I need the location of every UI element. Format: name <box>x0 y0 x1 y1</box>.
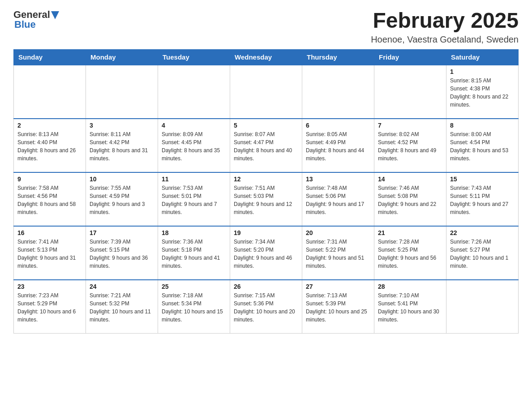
calendar-cell: 5Sunrise: 8:07 AMSunset: 4:47 PMDaylight… <box>230 119 302 172</box>
day-info-line: Daylight: 8 hours and 31 minutes. <box>90 146 154 163</box>
day-info-line: Sunrise: 8:11 AM <box>90 130 154 138</box>
day-info-line: Daylight: 9 hours and 41 minutes. <box>162 254 226 270</box>
day-info-line: Sunset: 5:03 PM <box>234 192 298 200</box>
day-info-line: Sunset: 5:11 PM <box>450 192 515 200</box>
calendar-cell: 27Sunrise: 7:13 AMSunset: 5:39 PMDayligh… <box>302 280 374 334</box>
day-info-line: Sunset: 5:18 PM <box>162 246 226 254</box>
day-number: 22 <box>450 229 515 236</box>
day-info-line: Daylight: 8 hours and 53 minutes. <box>450 146 515 163</box>
day-number: 5 <box>234 122 298 129</box>
day-info-line: Sunset: 5:13 PM <box>17 246 82 254</box>
calendar-cell: 20Sunrise: 7:31 AMSunset: 5:22 PMDayligh… <box>302 226 374 280</box>
day-number: 9 <box>17 176 82 183</box>
day-info-line: Daylight: 8 hours and 40 minutes. <box>234 146 298 163</box>
calendar-cell: 25Sunrise: 7:18 AMSunset: 5:34 PMDayligh… <box>158 280 230 334</box>
day-number: 12 <box>234 176 298 183</box>
day-number: 11 <box>162 176 226 183</box>
calendar-cell: 4Sunrise: 8:09 AMSunset: 4:45 PMDaylight… <box>158 119 230 172</box>
day-info-line: Sunrise: 7:51 AM <box>234 184 298 192</box>
day-number: 19 <box>234 229 298 236</box>
svg-marker-0 <box>51 11 59 19</box>
day-info-line: Sunset: 4:47 PM <box>234 138 298 146</box>
calendar-cell: 9Sunrise: 7:58 AMSunset: 4:56 PMDaylight… <box>14 172 86 226</box>
day-info-line: Sunrise: 8:05 AM <box>306 130 370 138</box>
logo-blue-text: Blue <box>14 19 36 30</box>
day-info-line: Sunset: 5:27 PM <box>450 246 515 254</box>
weekday-header-tuesday: Tuesday <box>158 49 230 65</box>
day-info-line: Daylight: 10 hours and 1 minute. <box>450 254 515 270</box>
day-info-line: Sunset: 4:59 PM <box>90 192 154 200</box>
day-info-line: Daylight: 9 hours and 17 minutes. <box>306 200 370 216</box>
day-number: 23 <box>17 283 82 290</box>
calendar-cell: 18Sunrise: 7:36 AMSunset: 5:18 PMDayligh… <box>158 226 230 280</box>
calendar-header-row: SundayMondayTuesdayWednesdayThursdayFrid… <box>14 49 519 65</box>
day-info-line: Daylight: 8 hours and 44 minutes. <box>306 146 370 163</box>
day-number: 18 <box>162 229 226 236</box>
calendar-cell <box>230 65 302 119</box>
day-info-line: Sunrise: 7:10 AM <box>378 291 442 300</box>
day-number: 16 <box>17 229 82 236</box>
month-year-title: February 2025 <box>371 9 519 33</box>
day-info-line: Daylight: 8 hours and 35 minutes. <box>162 146 226 163</box>
calendar-cell: 28Sunrise: 7:10 AMSunset: 5:41 PMDayligh… <box>374 280 446 334</box>
calendar-cell: 19Sunrise: 7:34 AMSunset: 5:20 PMDayligh… <box>230 226 302 280</box>
calendar-week-row: 16Sunrise: 7:41 AMSunset: 5:13 PMDayligh… <box>14 226 519 280</box>
day-info-line: Sunset: 5:08 PM <box>378 192 442 200</box>
day-info-line: Sunrise: 7:46 AM <box>378 184 442 192</box>
day-info-line: Sunrise: 7:18 AM <box>162 291 226 300</box>
weekday-header-thursday: Thursday <box>302 49 374 65</box>
weekday-header-wednesday: Wednesday <box>230 49 302 65</box>
day-info-line: Sunset: 4:52 PM <box>378 138 442 146</box>
day-number: 17 <box>90 229 154 236</box>
calendar-cell <box>86 65 158 119</box>
calendar-cell: 26Sunrise: 7:15 AMSunset: 5:36 PMDayligh… <box>230 280 302 334</box>
day-info-line: Daylight: 8 hours and 22 minutes. <box>450 93 515 109</box>
day-info-line: Daylight: 10 hours and 11 minutes. <box>90 308 154 324</box>
day-info-line: Daylight: 9 hours and 27 minutes. <box>450 200 515 216</box>
day-info-line: Sunrise: 7:41 AM <box>17 238 82 246</box>
calendar-cell: 14Sunrise: 7:46 AMSunset: 5:08 PMDayligh… <box>374 172 446 226</box>
day-info-line: Daylight: 8 hours and 58 minutes. <box>17 200 82 216</box>
day-info-line: Sunrise: 8:15 AM <box>450 77 515 85</box>
day-number: 10 <box>90 176 154 183</box>
day-info-line: Sunset: 5:01 PM <box>162 192 226 200</box>
day-number: 14 <box>378 176 442 183</box>
calendar-cell: 2Sunrise: 8:13 AMSunset: 4:40 PMDaylight… <box>14 119 86 172</box>
day-info-line: Sunset: 4:54 PM <box>450 138 515 146</box>
weekday-header-saturday: Saturday <box>446 49 519 65</box>
calendar-cell: 6Sunrise: 8:05 AMSunset: 4:49 PMDaylight… <box>302 119 374 172</box>
day-number: 15 <box>450 176 515 183</box>
location-subtitle: Hoenoe, Vaestra Goetaland, Sweden <box>371 34 519 45</box>
day-info-line: Sunrise: 7:34 AM <box>234 238 298 246</box>
day-info-line: Sunrise: 7:36 AM <box>162 238 226 246</box>
day-info-line: Sunrise: 7:53 AM <box>162 184 226 192</box>
day-info-line: Daylight: 10 hours and 6 minutes. <box>17 308 82 324</box>
day-info-line: Sunrise: 7:39 AM <box>90 238 154 246</box>
day-number: 8 <box>450 122 515 129</box>
day-number: 20 <box>306 229 370 236</box>
day-info-line: Sunrise: 8:02 AM <box>378 130 442 138</box>
day-info-line: Sunset: 4:40 PM <box>17 138 82 146</box>
calendar-cell: 12Sunrise: 7:51 AMSunset: 5:03 PMDayligh… <box>230 172 302 226</box>
day-info-line: Sunrise: 7:13 AM <box>306 291 370 300</box>
day-number: 24 <box>90 283 154 290</box>
day-info-line: Sunset: 4:38 PM <box>450 85 515 93</box>
day-info-line: Sunset: 5:20 PM <box>234 246 298 254</box>
day-info-line: Daylight: 10 hours and 30 minutes. <box>378 308 442 324</box>
day-number: 27 <box>306 283 370 290</box>
day-info-line: Daylight: 9 hours and 22 minutes. <box>378 200 442 216</box>
calendar-cell <box>14 65 86 119</box>
calendar-table: SundayMondayTuesdayWednesdayThursdayFrid… <box>13 49 519 334</box>
day-info-line: Sunrise: 7:23 AM <box>17 291 82 300</box>
day-info-line: Sunset: 5:41 PM <box>378 300 442 308</box>
calendar-cell: 23Sunrise: 7:23 AMSunset: 5:29 PMDayligh… <box>14 280 86 334</box>
day-info-line: Daylight: 9 hours and 56 minutes. <box>378 254 442 270</box>
calendar-week-row: 2Sunrise: 8:13 AMSunset: 4:40 PMDaylight… <box>14 119 519 172</box>
calendar-cell: 3Sunrise: 8:11 AMSunset: 4:42 PMDaylight… <box>86 119 158 172</box>
day-number: 4 <box>162 122 226 129</box>
day-info-line: Sunset: 4:45 PM <box>162 138 226 146</box>
day-info-line: Sunset: 5:39 PM <box>306 300 370 308</box>
day-number: 25 <box>162 283 226 290</box>
day-info-line: Daylight: 10 hours and 15 minutes. <box>162 308 226 324</box>
day-info-line: Sunset: 4:42 PM <box>90 138 154 146</box>
